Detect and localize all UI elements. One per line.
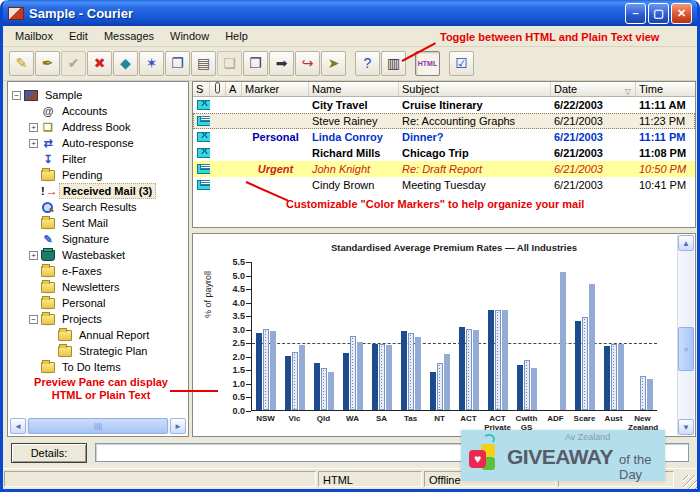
resize-grip[interactable]	[683, 475, 697, 489]
scroll-left-button[interactable]: ◄	[10, 418, 26, 434]
column-header-s[interactable]: S	[193, 82, 210, 96]
giveaway-banner[interactable]: Av Zealand ♥ GIVEAWAY of the Day	[461, 430, 665, 481]
minimize-button[interactable]: –	[625, 3, 646, 24]
sidebar-item-wastebasket[interactable]: +Wastebasket	[8, 247, 188, 263]
bar-sa-dark	[372, 344, 378, 410]
check-mail-wand-button[interactable]: ✶	[139, 51, 164, 76]
sidebar-item-address-book[interactable]: +❏Address Book	[8, 119, 188, 135]
html-view-toggle-button[interactable]: HTML	[415, 51, 440, 76]
sidebar-item-e-faxes[interactable]: e-Faxes	[8, 263, 188, 279]
sidebar-item-sent-mail[interactable]: Sent Mail	[8, 215, 188, 231]
message-row[interactable]: Steve RaineyRe: Accounting Graphs6/21/20…	[193, 113, 695, 129]
menu-item-messages[interactable]: Messages	[96, 27, 162, 45]
menu-item-mailbox[interactable]: Mailbox	[7, 27, 61, 45]
sidebar-item-search-results[interactable]: Search Results	[8, 199, 188, 215]
bar-act-dark	[488, 310, 494, 410]
message-row[interactable]: UrgentJohn KnightRe: Draft Report6/21/20…	[193, 161, 695, 177]
scroll-right-button[interactable]: ►	[170, 418, 186, 434]
message-row[interactable]: City TravelCruise Itinerary6/22/200311:1…	[193, 97, 695, 113]
sidebar-item-label: Personal	[59, 296, 108, 310]
sidebar-item-received-mail-3[interactable]: !→Received Mail (3)	[8, 183, 188, 199]
name-cell: Richard Mills	[309, 145, 399, 161]
message-row[interactable]: Richard MillsChicago Trip6/21/200311:08 …	[193, 145, 695, 161]
bar-sa-hatched	[379, 344, 385, 410]
expand-expander-icon[interactable]: +	[29, 123, 38, 132]
sidebar-item-filter[interactable]: ↧Filter	[8, 151, 188, 167]
sidebar-item-label: Received Mail (3)	[59, 183, 156, 199]
sidebar-item-sample[interactable]: −Sample	[8, 87, 188, 103]
column-header-date[interactable]: Date▽	[551, 82, 636, 96]
sidebar-item-label: Wastebasket	[59, 248, 128, 262]
purge-button[interactable]: ◆	[113, 51, 138, 76]
compose-button[interactable]: ✎	[9, 51, 34, 76]
scrollbar-thumb[interactable]: ||||	[28, 418, 168, 434]
stamp-queue-button[interactable]: ✒	[35, 51, 60, 76]
scroll-up-button[interactable]: ▲	[678, 235, 694, 251]
close-button[interactable]: ✕	[671, 3, 692, 24]
sidebar-item-signature[interactable]: ✎Signature	[8, 231, 188, 247]
x-tick-label: WA	[338, 414, 367, 423]
toggle-preview-pane-button[interactable]: ▥	[381, 51, 406, 76]
mark-boot-button[interactable]: ➤	[321, 51, 346, 76]
folder-icon	[41, 282, 55, 293]
expand-expander-icon[interactable]: +	[29, 139, 38, 148]
scrollbar-thumb[interactable]: ≡	[678, 327, 694, 371]
context-help-button[interactable]: ?	[355, 51, 380, 76]
menu-item-help[interactable]: Help	[217, 27, 256, 45]
tree-horizontal-scrollbar[interactable]: ◄ |||| ►	[10, 418, 186, 434]
column-header-name[interactable]: Name	[309, 82, 399, 96]
scroll-down-button[interactable]: ▼	[678, 419, 694, 435]
collapse-expander-icon[interactable]: −	[29, 315, 38, 324]
bar-cwlth-light	[531, 368, 537, 410]
sidebar-item-label: Accounts	[59, 104, 110, 118]
sidebar-item-annual-report[interactable]: Annual Report	[8, 327, 188, 343]
sidebar-item-to-do-items[interactable]: To Do Items	[8, 359, 188, 375]
chart-plot-area	[251, 262, 657, 411]
column-header-attachment[interactable]	[210, 82, 226, 96]
print-button[interactable]: ▤	[191, 51, 216, 76]
sidebar-item-pending[interactable]: Pending	[8, 167, 188, 183]
sidebar-item-strategic-plan[interactable]: Strategic Plan	[8, 343, 188, 359]
unread-envelope-icon	[197, 132, 210, 142]
collapse-expander-icon[interactable]: −	[12, 91, 21, 100]
bar-cwlth-hatched	[524, 360, 530, 410]
mailbox-icon	[24, 90, 38, 101]
y-tick-mark	[246, 343, 251, 344]
signature-icon: ✎	[41, 234, 55, 245]
preview-vertical-scrollbar[interactable]: ▲ ≡ ▼	[677, 235, 694, 435]
name-cell: Cindy Brown	[309, 177, 399, 193]
message-row[interactable]: PersonalLinda ConroyDinner?6/21/200311:1…	[193, 129, 695, 145]
sidebar-item-newsletters[interactable]: Newsletters	[8, 279, 188, 295]
x-tick-label: ADF	[541, 414, 570, 423]
details-button[interactable]: Details:	[11, 443, 87, 463]
column-header-time[interactable]: Time	[636, 82, 696, 96]
redirect-button[interactable]: ↪	[295, 51, 320, 76]
bar-adf-light	[560, 272, 566, 410]
bar-scare-hatched	[582, 317, 588, 410]
sidebar-item-auto-response[interactable]: +⇄Auto-response	[8, 135, 188, 151]
column-header-a[interactable]: A	[226, 82, 242, 96]
annotation-toolbar-note: Toggle between HTML and Plain Text view	[440, 31, 659, 44]
bar-tas-dark	[401, 331, 407, 410]
sidebar-item-label: To Do Items	[59, 360, 124, 374]
open-mailbox-button[interactable]: ❐	[165, 51, 190, 76]
sidebar-item-personal[interactable]: Personal	[8, 295, 188, 311]
menu-item-window[interactable]: Window	[162, 27, 217, 45]
sidebar-item-projects[interactable]: −Projects	[8, 311, 188, 327]
task-calendar-button[interactable]: ☑	[449, 51, 474, 76]
forward-button[interactable]: ➡	[269, 51, 294, 76]
send-check-button: ✔	[61, 51, 86, 76]
time-cell: 11:23 PM	[636, 113, 696, 129]
name-cell: Linda Conroy	[309, 129, 399, 145]
menu-item-edit[interactable]: Edit	[61, 27, 96, 45]
expand-expander-icon[interactable]: +	[29, 251, 38, 260]
maximize-button[interactable]: ▢	[648, 3, 669, 24]
column-header-subject[interactable]: Subject	[399, 82, 551, 96]
bar-act-light	[473, 330, 479, 410]
delete-button[interactable]: ✖	[87, 51, 112, 76]
copy-to-folder-button[interactable]: ❐	[243, 51, 268, 76]
sidebar-item-accounts[interactable]: @Accounts	[8, 103, 188, 119]
status-cell	[193, 132, 210, 142]
status-cell	[193, 100, 210, 110]
column-header-marker[interactable]: Marker	[242, 82, 309, 96]
